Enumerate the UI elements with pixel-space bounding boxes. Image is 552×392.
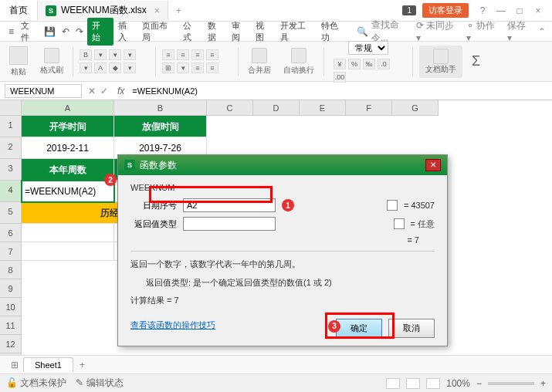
confirm-formula-icon[interactable]: ✓ bbox=[100, 86, 108, 96]
help-icon[interactable]: ? bbox=[475, 5, 490, 16]
fx-icon[interactable]: fx bbox=[114, 86, 127, 96]
row-header-11[interactable]: 11 bbox=[0, 316, 22, 335]
merge-button[interactable]: 合并居 bbox=[245, 48, 274, 76]
menu-insert[interactable]: 插入 bbox=[115, 18, 137, 46]
row-header-12[interactable]: 12 bbox=[0, 335, 22, 353]
view-page-icon[interactable] bbox=[406, 378, 420, 389]
number-format-select[interactable]: 常规 bbox=[348, 41, 388, 55]
menu-formula[interactable]: 公式 bbox=[180, 18, 202, 46]
row-header-2[interactable]: 2 bbox=[0, 137, 22, 159]
calc-result: 计算结果 = 7 bbox=[130, 294, 435, 308]
row-header-6[interactable]: 6 bbox=[0, 224, 22, 242]
wrap-button[interactable]: 自动换行 bbox=[280, 48, 317, 76]
menu-file[interactable]: 文件 bbox=[18, 18, 40, 46]
arg2-label: 返回值类型 bbox=[130, 218, 177, 230]
menu-hamburger-icon[interactable]: ≡ bbox=[6, 26, 16, 37]
cell-a1[interactable]: 开学时间 bbox=[22, 116, 114, 137]
function-name: WEEKNUM bbox=[130, 183, 435, 192]
close-window-icon[interactable]: × bbox=[530, 5, 546, 16]
view-normal-icon[interactable] bbox=[386, 378, 400, 389]
save-menu[interactable]: 保存 ▾ bbox=[507, 19, 532, 43]
notification-badge[interactable]: 1 bbox=[402, 5, 416, 15]
protect-status[interactable]: 🔓 文档未保护 bbox=[6, 377, 66, 390]
redo-icon[interactable]: ↷ bbox=[73, 26, 86, 37]
sum-button[interactable]: Σ bbox=[469, 53, 483, 69]
cell-a3[interactable]: 本年周数 bbox=[22, 159, 114, 181]
col-header-e[interactable]: E bbox=[300, 100, 346, 116]
arg1-input[interactable] bbox=[183, 198, 276, 212]
collapse-ribbon-icon[interactable]: ⌃ bbox=[538, 26, 546, 37]
zoom-slider[interactable] bbox=[488, 382, 534, 385]
dialog-title: 函数参数 bbox=[140, 159, 177, 172]
font-buttons[interactable]: B▾▾▾▾A◆▾ bbox=[80, 49, 149, 73]
cancel-button[interactable]: 取消 bbox=[388, 319, 435, 338]
cell-a6[interactable] bbox=[22, 224, 114, 242]
format-painter[interactable]: 格式刷 bbox=[37, 48, 66, 76]
col-header-g[interactable]: G bbox=[392, 100, 439, 116]
doc-assistant[interactable]: 文档助手 bbox=[419, 46, 462, 78]
menu-start[interactable]: 开始 bbox=[87, 18, 113, 46]
sheet-nav-icon[interactable]: ⊞ bbox=[6, 360, 23, 370]
paste-group[interactable]: 粘贴 bbox=[6, 46, 31, 77]
cell-b1[interactable]: 放假时间 bbox=[114, 116, 207, 137]
cell-a2[interactable]: 2019-2-11 bbox=[22, 137, 114, 159]
filename: WEEKNUM函数.xlsx bbox=[61, 4, 147, 17]
select-all-corner[interactable] bbox=[0, 100, 22, 116]
arg-description: 返回值类型: 是一个确定返回值类型的数值(1 或 2) bbox=[130, 276, 435, 290]
close-icon[interactable]: × bbox=[154, 5, 160, 16]
range-picker-icon[interactable] bbox=[387, 200, 398, 211]
function-args-dialog: S 函数参数 ✕ WEEKNUM 日期序号 1 = 43507 返回值类型 = … bbox=[117, 154, 448, 346]
zoom-in-icon[interactable]: + bbox=[540, 378, 546, 389]
spreadsheet-icon: S bbox=[46, 5, 56, 16]
row-header-10[interactable]: 10 bbox=[0, 298, 22, 316]
range-picker-icon-2[interactable] bbox=[394, 218, 405, 229]
sync-status[interactable]: ⟳ 未同步 ▾ bbox=[416, 19, 460, 43]
add-sheet-button[interactable]: + bbox=[73, 357, 91, 373]
help-link[interactable]: 查看该函数的操作技巧 bbox=[130, 319, 215, 331]
row-header-7[interactable]: 7 bbox=[0, 242, 22, 261]
collab-button[interactable]: ⚬ 协作 ▾ bbox=[466, 19, 501, 43]
row-header-4[interactable]: 4 bbox=[0, 181, 22, 202]
minimize-icon[interactable]: — bbox=[493, 5, 509, 16]
row-header-3[interactable]: 3 bbox=[0, 159, 22, 181]
merge-icon bbox=[252, 48, 267, 63]
dialog-app-icon: S bbox=[124, 160, 135, 171]
view-break-icon[interactable] bbox=[426, 378, 440, 389]
col-header-c[interactable]: C bbox=[207, 100, 253, 116]
row-header-1[interactable]: 1 bbox=[0, 116, 22, 137]
col-header-f[interactable]: F bbox=[346, 100, 392, 116]
col-header-a[interactable]: A bbox=[22, 100, 114, 116]
cell-a4-editing[interactable]: =WEEKNUM(A2) bbox=[22, 181, 114, 202]
row-header-9[interactable]: 9 bbox=[0, 279, 22, 298]
guest-login-button[interactable]: 访客登录 bbox=[422, 3, 469, 18]
arg1-result: = 43507 bbox=[404, 201, 435, 210]
zoom-out-icon[interactable]: − bbox=[476, 378, 482, 389]
ok-button[interactable]: 确定 bbox=[336, 319, 382, 338]
formula-input[interactable] bbox=[127, 85, 552, 97]
status-bar: 🔓 文档未保护 ✎ 编辑状态 100% − + bbox=[0, 373, 552, 392]
formula-bar: ✕ ✓ fx bbox=[0, 82, 552, 100]
menu-layout[interactable]: 页面布局 bbox=[139, 18, 178, 46]
row-header-8[interactable]: 8 bbox=[0, 261, 22, 279]
align-buttons[interactable]: ≡≡≡≡⊞▾≡≡ bbox=[162, 49, 232, 73]
cancel-formula-icon[interactable]: ✕ bbox=[88, 86, 96, 96]
preview-result: = 7 bbox=[407, 235, 419, 245]
sheet-tab[interactable]: Sheet1 bbox=[23, 357, 73, 372]
col-header-d[interactable]: D bbox=[253, 100, 300, 116]
cell-a7[interactable] bbox=[22, 242, 114, 261]
paste-icon bbox=[9, 46, 28, 65]
zoom-level[interactable]: 100% bbox=[446, 378, 470, 389]
menu-data[interactable]: 数据 bbox=[205, 18, 227, 46]
col-header-b[interactable]: B bbox=[114, 100, 207, 116]
add-tab-button[interactable]: + bbox=[168, 2, 189, 19]
menu-review[interactable]: 审阅 bbox=[229, 18, 251, 46]
undo-icon[interactable]: ↶ bbox=[59, 26, 72, 37]
maximize-icon[interactable]: □ bbox=[512, 5, 527, 16]
name-box[interactable] bbox=[5, 84, 82, 98]
arg2-input[interactable] bbox=[183, 217, 276, 231]
menu-view[interactable]: 视图 bbox=[252, 18, 275, 46]
save-icon[interactable]: 💾 bbox=[42, 26, 58, 37]
dialog-close-icon[interactable]: ✕ bbox=[425, 159, 441, 171]
row-header-5[interactable]: 5 bbox=[0, 202, 22, 224]
menu-dev[interactable]: 开发工具 bbox=[277, 18, 317, 46]
